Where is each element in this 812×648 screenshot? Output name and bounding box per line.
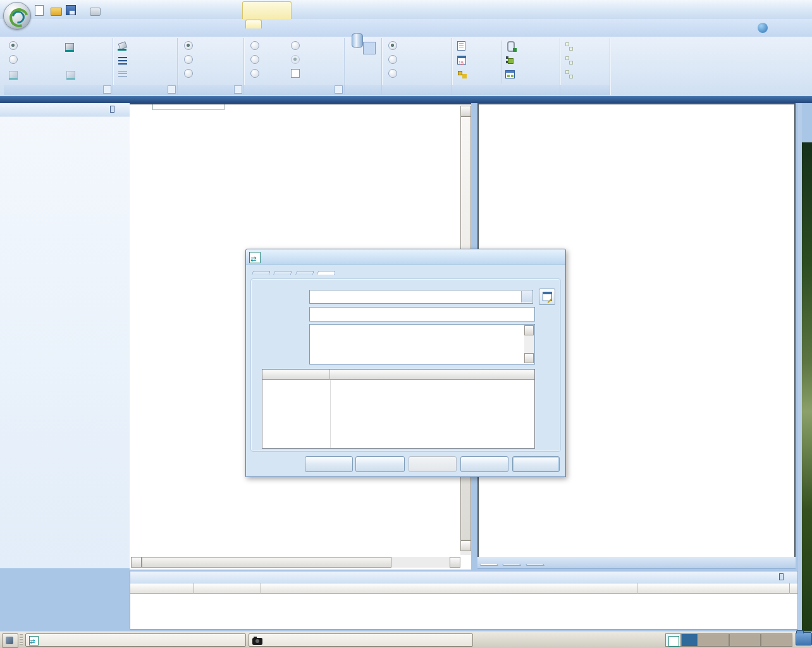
desktop-folder-icon[interactable] (796, 632, 812, 645)
start-color-button[interactable] (9, 69, 23, 79)
goto-regular-button[interactable] (565, 41, 576, 51)
cluster-button[interactable] (457, 69, 469, 79)
position-lock-absolute-radio[interactable] (388, 55, 400, 65)
scroll-down-icon[interactable] (524, 353, 534, 363)
scroll-thumb[interactable] (142, 557, 391, 568)
combo-dropdown-button[interactable] (521, 291, 532, 302)
patterns-button[interactable] (68, 55, 70, 65)
element-type-combobox[interactable] (309, 290, 533, 304)
task-take-screenshot[interactable] (249, 633, 473, 647)
size-large-radio[interactable] (291, 41, 303, 51)
print-preview-icon[interactable] (90, 8, 101, 16)
new-document-icon[interactable] (35, 5, 44, 16)
auto-grow-checkbox[interactable] (291, 69, 303, 79)
dialog-title-bar[interactable] (246, 249, 565, 265)
tab-view[interactable] (210, 22, 223, 27)
border-dialog-launcher[interactable] (168, 85, 176, 94)
tab-print-layout[interactable] (106, 22, 119, 27)
col-line-number[interactable] (130, 583, 194, 594)
goto-regular-icon (565, 42, 574, 51)
border-weight-button[interactable] (118, 55, 132, 65)
tab-analyzer[interactable] (163, 22, 176, 27)
grid-col-field-value[interactable] (330, 370, 534, 380)
tab-analyzer-bottom[interactable] (526, 564, 544, 566)
fill-gradient-radio[interactable] (9, 55, 21, 65)
pager-cell-active[interactable] (665, 633, 681, 647)
goto-slanted-button[interactable] (565, 55, 576, 65)
pin-icon[interactable] (779, 573, 784, 582)
box-information-dialog[interactable] (245, 249, 566, 477)
description-textarea[interactable] (309, 324, 535, 364)
change-shape-button[interactable] (350, 40, 376, 82)
fill-dialog-launcher[interactable] (103, 85, 111, 94)
size-tiny-radio[interactable] (250, 41, 262, 51)
apply-button[interactable] (409, 456, 457, 472)
textarea-scrollbar[interactable] (524, 325, 534, 363)
start-color-icon (9, 71, 18, 78)
task-allclear-analyzer[interactable] (25, 633, 246, 647)
pager-cell-5[interactable] (761, 633, 792, 647)
fill-solid-radio[interactable] (9, 41, 21, 51)
name-input[interactable] (309, 307, 535, 321)
field-grid[interactable] (262, 369, 535, 449)
process-info-button[interactable] (505, 55, 517, 65)
size-custom-radio[interactable] (291, 55, 303, 65)
col-warning-number[interactable] (194, 583, 261, 594)
border-line-type-button[interactable] (118, 69, 132, 79)
canvas-horizontal-scrollbar[interactable] (131, 557, 460, 568)
next-box-button[interactable] (355, 456, 405, 472)
dialog-tab-data[interactable] (274, 271, 292, 275)
cancel-button[interactable] (512, 456, 560, 472)
tab-data[interactable] (503, 564, 520, 566)
pager-cell-2[interactable] (681, 633, 698, 647)
tab-editor[interactable] (480, 564, 498, 566)
scroll-right-icon[interactable] (450, 557, 460, 568)
radio-icon (388, 41, 397, 50)
connections-button[interactable] (505, 69, 517, 79)
goto-curved-button[interactable] (565, 69, 576, 79)
notes-button[interactable] (457, 41, 468, 51)
end-color-button[interactable] (66, 69, 80, 79)
attachments-button[interactable] (505, 41, 517, 51)
data-button[interactable] (457, 55, 469, 65)
size-small-radio[interactable] (250, 55, 262, 65)
tab-format[interactable] (245, 20, 262, 28)
size-dialog-launcher[interactable] (335, 85, 343, 94)
position-lock-relative-radio[interactable] (388, 69, 400, 79)
help-button[interactable] (758, 23, 768, 33)
effects-dialog-launcher[interactable] (234, 85, 242, 94)
tab-home[interactable] (35, 22, 47, 27)
process-info-icon (505, 56, 514, 65)
ok-button[interactable] (460, 456, 508, 472)
pager-cell-4[interactable] (729, 633, 761, 647)
tab-insert[interactable] (70, 22, 82, 27)
shadow-off-radio[interactable] (184, 41, 196, 51)
scroll-left-icon[interactable] (131, 557, 142, 568)
fill-color-button[interactable] (65, 41, 79, 51)
open-icon[interactable] (51, 8, 62, 16)
prev-box-button[interactable] (305, 456, 353, 472)
application-menu-orb[interactable] (3, 2, 31, 30)
dialog-tab-process-information[interactable] (317, 271, 335, 275)
size-medium-radio[interactable] (250, 69, 262, 79)
title-bar (0, 0, 812, 20)
dialog-tab-notes[interactable] (252, 271, 270, 275)
style-dropdown[interactable] (744, 25, 746, 34)
save-icon[interactable] (66, 5, 76, 15)
scroll-up-icon[interactable] (524, 325, 534, 335)
border-color-button[interactable] (118, 41, 132, 51)
col-description[interactable] (261, 583, 637, 594)
pager-cell-3[interactable] (698, 633, 729, 647)
warnings-header (130, 571, 797, 583)
cascade-on-radio[interactable] (184, 69, 196, 79)
position-automatic-radio[interactable] (388, 41, 400, 51)
element-type-editor-button[interactable] (539, 289, 555, 305)
start-button[interactable] (2, 633, 18, 648)
scroll-up-icon[interactable] (460, 106, 471, 116)
grid-col-field-name[interactable] (262, 370, 330, 380)
grid-divider (330, 380, 331, 448)
shadow-on-radio[interactable] (184, 55, 196, 65)
pin-icon[interactable] (110, 106, 114, 115)
dialog-tab-attachments[interactable] (296, 271, 314, 275)
scroll-down-icon[interactable] (460, 540, 471, 551)
